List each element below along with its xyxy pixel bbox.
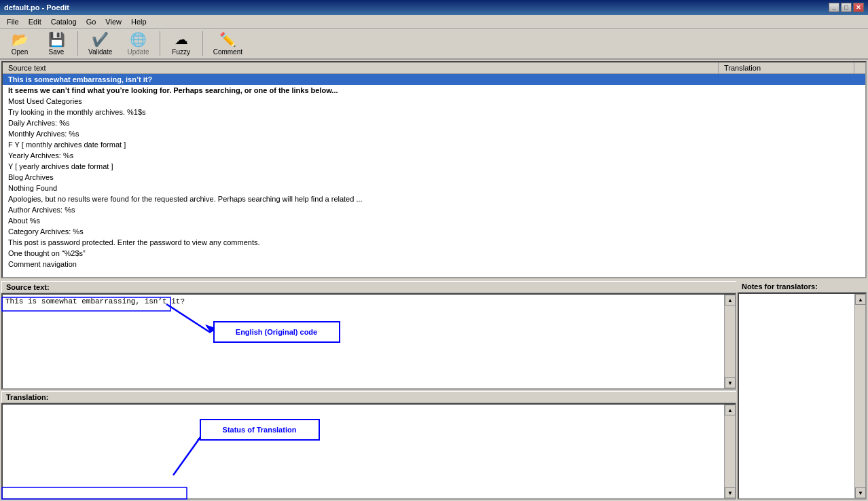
list-item[interactable]: Try looking in the monthly archives. %1$…: [3, 107, 865, 117]
menu-go[interactable]: Go: [82, 17, 101, 26]
notes-scroll-down[interactable]: ▼: [855, 487, 866, 498]
open-button[interactable]: 📂 Open: [3, 29, 37, 58]
notes-scroll-up[interactable]: ▲: [855, 294, 866, 305]
editor-area: Source text: This is somewhat embarrassi…: [0, 280, 738, 501]
list-item[interactable]: Monthly Archives: %s: [3, 128, 865, 139]
save-label: Save: [49, 48, 65, 56]
list-item[interactable]: About %s: [3, 215, 865, 226]
list-item[interactable]: Nothing Found: [3, 183, 865, 193]
scroll-down-arrow[interactable]: ▼: [725, 377, 736, 388]
update-icon: 🌐: [130, 31, 147, 48]
lower-area: Source text: This is somewhat embarrassi…: [0, 280, 868, 501]
close-button[interactable]: ✕: [853, 3, 864, 12]
scroll-track: [725, 305, 735, 377]
string-list-header: Source text Translation: [3, 62, 865, 74]
scroll-track-t: [725, 415, 735, 487]
comment-button[interactable]: ✏️ Comment: [207, 29, 249, 58]
main-content: Source text Translation This is somewhat…: [0, 60, 868, 501]
menu-catalog[interactable]: Catalog: [47, 17, 81, 26]
notes-scroll-track: [855, 305, 865, 487]
list-item[interactable]: This is somewhat embarrassing, isn’t it?: [3, 74, 865, 85]
save-button[interactable]: 💾 Save: [39, 29, 73, 58]
notes-content: ▲ ▼: [738, 293, 867, 500]
scroll-up-arrow[interactable]: ▲: [725, 295, 736, 305]
validate-icon: ✔️: [92, 31, 109, 48]
translation-text[interactable]: [3, 405, 724, 498]
toolbar-separator-2: [160, 31, 160, 56]
maximize-button[interactable]: □: [841, 3, 852, 12]
title-bar-controls[interactable]: _ □ ✕: [829, 3, 864, 12]
update-button[interactable]: 🌐 Update: [121, 29, 155, 58]
string-list[interactable]: This is somewhat embarrassing, isn’t it?…: [3, 74, 865, 277]
save-icon: 💾: [48, 31, 65, 48]
fuzzy-icon: ☁: [175, 31, 188, 48]
scroll-up-arrow-t[interactable]: ▲: [725, 405, 736, 415]
comment-icon: ✏️: [219, 31, 236, 48]
minimize-button[interactable]: _: [829, 3, 839, 12]
translation-panel: Translation: ▲ ▼: [1, 391, 736, 500]
notes-panel: Notes for translators: ▲ ▼: [738, 281, 867, 500]
fuzzy-button[interactable]: ☁ Fuzzy: [164, 29, 198, 58]
validate-button[interactable]: ✔️ Validate: [82, 29, 118, 58]
toolbar-separator-1: [77, 31, 78, 56]
list-item[interactable]: Comment navigation: [3, 259, 865, 270]
scroll-down-arrow-t[interactable]: ▼: [725, 487, 736, 498]
menu-file[interactable]: File: [3, 17, 23, 26]
list-item[interactable]: This post is password protected. Enter t…: [3, 237, 865, 248]
open-label: Open: [12, 48, 28, 56]
source-col-header: Source text: [3, 62, 719, 73]
list-item[interactable]: It seems we can’t find what you’re looki…: [3, 85, 865, 96]
translation-scrollbar[interactable]: ▲ ▼: [724, 405, 735, 498]
translation-text-area: ▲ ▼: [1, 403, 736, 500]
list-item[interactable]: Y [ yearly archives date format ]: [3, 161, 865, 172]
title-bar: default.po - Poedit _ □ ✕: [0, 0, 868, 15]
notes-scrollbar[interactable]: ▲ ▼: [854, 294, 865, 498]
list-item[interactable]: Apologies, but no results were found for…: [3, 193, 865, 204]
list-item[interactable]: Daily Archives: %s: [3, 117, 865, 128]
string-list-container: Source text Translation This is somewhat…: [1, 61, 867, 278]
toolbar-separator-3: [202, 31, 203, 56]
list-item[interactable]: One thought on “%2$s”: [3, 248, 865, 259]
source-scrollbar[interactable]: ▲ ▼: [724, 295, 735, 388]
source-text[interactable]: This is somewhat embarrassing, isn’t it?: [3, 295, 724, 388]
translation-col-header: Translation: [719, 62, 854, 73]
toolbar: 📂 Open 💾 Save ✔️ Validate 🌐 Update ☁ Fuz…: [0, 29, 868, 60]
title-text: default.po - Poedit: [4, 3, 69, 12]
list-item[interactable]: Category Archives: %s: [3, 226, 865, 237]
fuzzy-label: Fuzzy: [172, 48, 190, 56]
notes-label: Notes for translators:: [738, 281, 867, 293]
translation-label: Translation:: [1, 391, 736, 403]
menu-view[interactable]: View: [101, 17, 126, 26]
source-text-area: This is somewhat embarrassing, isn’t it?…: [1, 293, 736, 390]
list-item[interactable]: Yearly Archives: %s: [3, 150, 865, 161]
open-icon: 📂: [12, 31, 29, 48]
menu-edit[interactable]: Edit: [24, 17, 46, 26]
menu-help[interactable]: Help: [127, 17, 151, 26]
list-item[interactable]: Most Used Categories: [3, 96, 865, 107]
menu-bar: File Edit Catalog Go View Help: [0, 15, 868, 29]
list-item[interactable]: F Y [ monthly archives date format ]: [3, 139, 865, 150]
validate-label: Validate: [88, 48, 112, 56]
update-label: Update: [127, 48, 149, 56]
source-panel: Source text: This is somewhat embarrassi…: [1, 281, 736, 390]
list-item[interactable]: Author Archives: %s: [3, 204, 865, 215]
list-item[interactable]: Blog Archives: [3, 172, 865, 183]
comment-label: Comment: [213, 48, 242, 56]
source-label: Source text:: [1, 281, 736, 293]
